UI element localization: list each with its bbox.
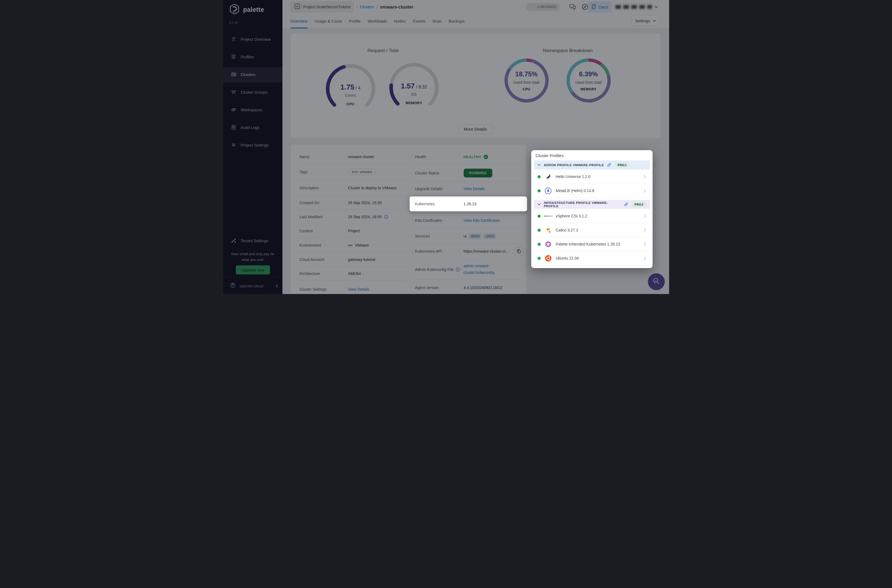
scope-badge: PROJ — [615, 162, 629, 168]
calico-icon — [545, 226, 552, 234]
chevron-right-icon — [644, 242, 646, 246]
chevron-right-icon — [644, 214, 646, 218]
pack-name: Palette eXtended Kubernetes 1.28.13 — [556, 242, 620, 246]
vmware-icon: vmware — [545, 213, 552, 220]
pack-name: Calico 3.27.2 — [556, 228, 578, 232]
metallb-icon — [545, 187, 552, 194]
profile-section-title: INFRASTRUCTURE PROFILE VMWARE-PROFILE — [544, 201, 621, 208]
status-dot — [538, 257, 541, 260]
pack-name: Ubuntu 22.04 — [556, 256, 579, 260]
detail-label: Kubernetes — [415, 202, 435, 206]
status-dot — [538, 214, 541, 218]
status-dot — [538, 189, 541, 192]
profile-pack-row-ubuntu-22-04[interactable]: Ubuntu 22.04 — [534, 251, 650, 266]
cluster-profiles-title: Cluster Profiles — [536, 153, 564, 158]
app-screen: palette 4.4.20 Project OverviewProfilesC… — [223, 0, 669, 294]
chevron-down-icon[interactable] — [537, 163, 541, 167]
profile-section-title: ADDON PROFILE VMWARE-PROFILE — [544, 164, 604, 167]
hello-universe-icon — [545, 173, 552, 180]
chevron-right-icon — [644, 175, 646, 179]
link-icon — [607, 163, 612, 167]
palette-xk-icon — [545, 240, 552, 248]
detail-value: 1.28.13 — [464, 202, 523, 206]
scope-badge: PROJ — [632, 202, 647, 207]
chevron-right-icon — [644, 256, 646, 260]
profile-pack-row-palette-extended-kubernetes-1-28-13[interactable]: Palette eXtended Kubernetes 1.28.13 — [534, 237, 650, 251]
status-dot — [538, 243, 541, 246]
ubuntu-icon — [545, 255, 552, 262]
status-dot — [538, 229, 541, 232]
chevron-right-icon — [644, 189, 646, 193]
chevron-right-icon — [644, 228, 646, 232]
chevron-down-icon[interactable] — [537, 202, 541, 206]
pack-name: Hello Universe 1.2.0 — [556, 174, 591, 179]
link-icon — [624, 202, 629, 207]
profile-pack-row-hello-universe-1-2-0[interactable]: Hello Universe 1.2.0 — [534, 170, 650, 184]
profile-pack-row-calico-3-27-2[interactable]: Calico 3.27.2 — [534, 223, 650, 237]
cluster-profiles-popup: Cluster Profiles ADDON PROFILE VMWARE-PR… — [531, 150, 653, 268]
profile-section-header-infra[interactable]: INFRASTRUCTURE PROFILE VMWARE-PROFILEPRO… — [534, 200, 650, 209]
pack-name: vSphere CSI 3.1.2 — [556, 214, 587, 218]
profile-section-header-addon[interactable]: ADDON PROFILE VMWARE-PROFILEPROJ — [534, 160, 650, 170]
value-text: 1.28.13 — [464, 202, 477, 206]
profile-pack-row-vsphere-csi-3-1-2[interactable]: vmwarevSphere CSI 3.1.2 — [534, 209, 650, 223]
pack-name: MetalLB (Helm) 0.14.8 — [556, 189, 594, 193]
status-dot — [538, 175, 541, 178]
spotlight-row-kubernetes: Kubernetes1.28.13 — [409, 196, 527, 212]
profile-pack-row-metallb-helm-0-14-8[interactable]: MetalLB (Helm) 0.14.8 — [534, 184, 650, 198]
